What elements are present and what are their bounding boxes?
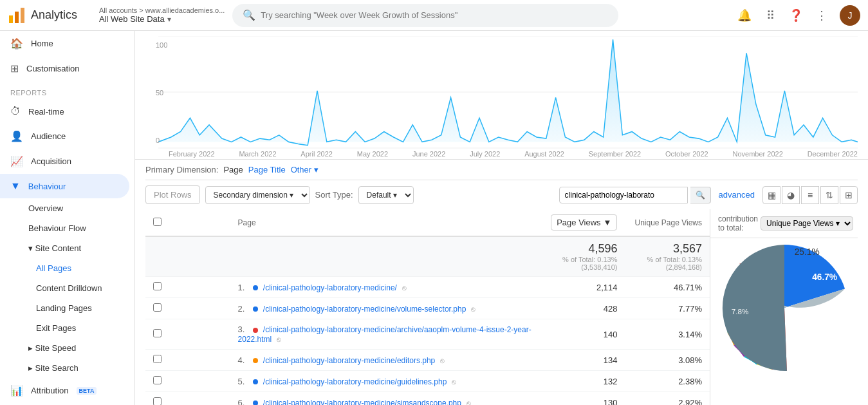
row-checkbox[interactable]: [153, 397, 162, 405]
row-external-link-icon[interactable]: ⎋: [277, 335, 281, 343]
pivot-view-icon[interactable]: ⇅: [820, 186, 838, 204]
avatar[interactable]: J: [840, 5, 860, 26]
account-info: All accounts > www.alliedacademies.o... …: [99, 6, 225, 24]
row-page-link[interactable]: /clinical-pathology-laboratory-medicine/: [263, 283, 397, 292]
sidebar-sub-content-drilldown[interactable]: Content Drilldown: [0, 278, 134, 298]
table-row: 4. /clinical-pathology-laboratory-medici…: [145, 350, 710, 371]
select-all-checkbox[interactable]: [153, 218, 162, 226]
row-page-link[interactable]: /clinical-pathology-laboratory-medicine/…: [263, 356, 435, 365]
account-path: All accounts > www.alliedacademies.o...: [99, 6, 225, 14]
realtime-icon: ⏱: [10, 106, 21, 117]
sidebar-sub-all-pages[interactable]: All Pages: [0, 258, 134, 278]
td-empty: [145, 236, 230, 277]
pie-chart-svg: 46.7% 25.1% 7.8%: [720, 243, 849, 372]
logo-area: Analytics: [8, 6, 91, 24]
acquisition-icon: 📈: [10, 155, 23, 167]
list-view-icon[interactable]: ≡: [801, 186, 819, 204]
search-input[interactable]: [261, 10, 608, 20]
sort-type-label: Sort Type:: [315, 190, 353, 200]
row-external-link-icon[interactable]: ⎋: [402, 284, 407, 292]
home-icon: 🏠: [10, 37, 23, 50]
sidebar-item-audience[interactable]: 👤 Audience: [0, 124, 129, 149]
th-pageviews: Page Views ▼: [540, 209, 625, 236]
row-number: 6.: [238, 398, 251, 406]
svg-rect-0: [9, 15, 13, 23]
row-unique-pct: 3.14%: [625, 319, 710, 350]
contribution-select[interactable]: Unique Page Views ▾: [761, 216, 853, 231]
sort-down-icon: ▼: [604, 218, 612, 227]
notifications-icon[interactable]: 🔔: [737, 8, 752, 23]
table-search-input[interactable]: [559, 187, 688, 203]
row-pageviews: 2,114: [540, 277, 625, 298]
td-empty2: [230, 236, 540, 277]
row-page-cell: 1. /clinical-pathology-laboratory-medici…: [230, 277, 540, 298]
attribution-icon: 📊: [10, 384, 23, 397]
property-dropdown-icon[interactable]: ▾: [167, 15, 171, 24]
row-page-link[interactable]: /clinical-pathology-laboratory-medicine/…: [263, 399, 461, 406]
row-checkbox[interactable]: [153, 282, 162, 290]
sidebar-item-customisation[interactable]: ⊞ Customisation: [0, 56, 129, 81]
y-label-50: 50: [156, 89, 167, 97]
attribution-label: Attribution: [31, 386, 69, 395]
table-row: 6. /clinical-pathology-laboratory-medici…: [145, 392, 710, 406]
sidebar-item-attribution[interactable]: 📊 Attribution BETA: [0, 378, 129, 403]
row-color-dot: [253, 358, 258, 363]
sidebar-sub-site-content[interactable]: ▾ Site Content: [0, 238, 134, 258]
sidebar-sub-site-speed[interactable]: ▸ Site Speed: [0, 338, 134, 358]
property-name[interactable]: All Web Site Data ▾: [99, 14, 225, 24]
row-pageviews: 140: [540, 319, 625, 350]
sort-type-select[interactable]: Default ▾: [358, 186, 414, 204]
table-controls: Plot Rows Secondary dimension ▾ Sort Typ…: [145, 180, 858, 209]
svg-rect-1: [15, 12, 19, 23]
row-page-cell: 6. /clinical-pathology-laboratory-medici…: [230, 392, 540, 406]
help-icon[interactable]: ❓: [788, 8, 804, 23]
audience-label: Audience: [31, 131, 66, 141]
sidebar-item-behaviour[interactable]: ▼ Behaviour: [0, 174, 129, 198]
row-checkbox[interactable]: [153, 376, 162, 384]
sidebar-sub-site-search[interactable]: ▸ Site Search: [0, 358, 134, 378]
sidebar-sub-behaviour-flow[interactable]: Behaviour Flow: [0, 218, 134, 238]
pie-view-icon[interactable]: ◕: [782, 186, 800, 204]
customisation-icon: ⊞: [10, 62, 19, 75]
x-label-jun: June 2022: [412, 150, 445, 158]
main-layout: 🏠 Home ⊞ Customisation REPORTS ⏱ Real-ti…: [0, 31, 868, 405]
sidebar-item-home[interactable]: 🏠 Home: [0, 31, 129, 56]
row-page-link[interactable]: /clinical-pathology-laboratory-medicine/…: [263, 305, 466, 314]
sidebar-sub-landing-pages[interactable]: Landing Pages: [0, 298, 134, 318]
row-external-link-icon[interactable]: ⎋: [471, 305, 476, 313]
row-external-link-icon[interactable]: ⎋: [440, 357, 445, 364]
row-checkbox[interactable]: [153, 329, 162, 337]
secondary-dimension-select[interactable]: Secondary dimension ▾: [205, 186, 310, 204]
row-page-link[interactable]: /clinical-pathology-laboratory-medicine/…: [263, 377, 447, 386]
advanced-link[interactable]: advanced: [719, 190, 755, 200]
row-external-link-icon[interactable]: ⎋: [466, 399, 471, 406]
row-checkbox[interactable]: [153, 303, 162, 312]
dim-page-title[interactable]: Page Title: [248, 165, 286, 174]
more-options-icon[interactable]: ⋮: [814, 8, 829, 23]
analytics-logo-icon: [8, 6, 26, 24]
reports-section-label: REPORTS: [0, 81, 134, 99]
sidebar-sub-exit-pages[interactable]: Exit Pages: [0, 318, 134, 338]
pageviews-sort-button[interactable]: Page Views ▼: [551, 214, 617, 231]
row-external-link-icon[interactable]: ⎋: [452, 378, 456, 386]
dim-other[interactable]: Other ▾: [291, 165, 319, 174]
grid-view-icon[interactable]: ▦: [762, 186, 780, 204]
row-page-link[interactable]: /clinical-pathology-laboratory-medicine/…: [238, 325, 531, 344]
row-unique-pct: 46.71%: [625, 277, 710, 298]
sidebar-item-acquisition[interactable]: 📈 Acquisition: [0, 149, 129, 174]
main-content: 100 50 0: [135, 31, 868, 405]
x-label-dec: December 2022: [808, 150, 858, 158]
row-color-dot: [253, 379, 258, 384]
chart-area: 100 50 0: [135, 31, 868, 160]
sidebar-sub-overview[interactable]: Overview: [0, 198, 134, 218]
search-bar[interactable]: 🔍: [232, 4, 618, 27]
row-page-cell: 3. /clinical-pathology-laboratory-medici…: [230, 319, 540, 350]
x-label-nov: November 2022: [733, 150, 783, 158]
plot-rows-button[interactable]: Plot Rows: [145, 185, 200, 204]
svg-text:7.8%: 7.8%: [732, 307, 749, 316]
table-search-button[interactable]: 🔍: [690, 187, 711, 203]
row-checkbox[interactable]: [153, 355, 162, 363]
apps-icon[interactable]: ⠿: [762, 8, 778, 23]
compare-view-icon[interactable]: ⊞: [840, 186, 858, 204]
sidebar-item-realtime[interactable]: ⏱ Real-time: [0, 99, 129, 124]
